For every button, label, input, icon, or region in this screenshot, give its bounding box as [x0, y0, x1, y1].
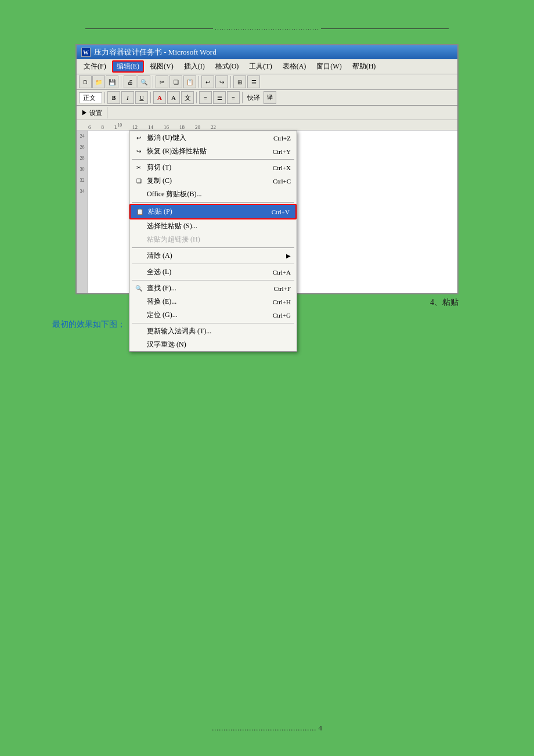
update-ime-icon	[133, 327, 145, 336]
menu-redo[interactable]: ↪ 恢复 (R)选择性粘贴 Ctrl+Y	[129, 145, 297, 158]
top-dots: ........................................…	[215, 24, 319, 32]
paste-btn[interactable]: 📋	[183, 75, 196, 88]
ruler-14: 14	[148, 124, 153, 130]
sep-before-ime	[132, 323, 294, 323]
ruler-20: 20	[195, 124, 200, 130]
menu-tools[interactable]: 工具(T)	[244, 60, 276, 73]
paste-label: 粘贴 (P)	[148, 207, 172, 217]
find-label: 查找 (F)...	[147, 283, 176, 293]
goto-shortcut: Ctrl+G	[273, 312, 291, 319]
redo-btn[interactable]: ↪	[215, 75, 228, 88]
redo-shortcut: Ctrl+Y	[273, 148, 291, 155]
hanzi-reselect-icon	[133, 340, 145, 350]
find-icon: 🔍	[133, 284, 145, 293]
hanzi-reselect-label: 汉字重选 (N)	[147, 340, 186, 350]
fmt-sep1	[104, 92, 105, 103]
copy-menu-icon: ❑	[133, 177, 145, 186]
menu-format[interactable]: 格式(O)	[211, 60, 244, 73]
top-line-area: ........................................…	[35, 23, 499, 33]
edit-dropdown-menu: ↩ 撤消 (U)键入 Ctrl+Z ↪ 恢复 (R)选择性粘贴 Ctrl+Y ✂	[129, 131, 297, 352]
menu-replace[interactable]: 替换 (E)... Ctrl+H	[129, 295, 297, 308]
extra-sep	[107, 107, 107, 118]
redo-icon: ↪	[133, 147, 145, 156]
menu-view[interactable]: 视图(V)	[145, 60, 178, 73]
translate-btn[interactable]: 译	[264, 91, 276, 104]
find-shortcut: Ctrl+F	[274, 285, 291, 292]
office-clipboard-label: Office 剪贴板(B)...	[147, 189, 201, 199]
char-spacing-btn[interactable]: 文	[181, 91, 194, 104]
bottom-dots: ........................................…	[212, 724, 316, 732]
settings-label: ▶ 设置	[79, 107, 104, 118]
word-menubar: 文件(F) 编辑(E) 视图(V) 插入(I) 格式(O) 工具(T) 表格(A…	[77, 59, 457, 74]
menu-select-all[interactable]: 全选 (L) Ctrl+A	[129, 265, 297, 279]
sep4	[230, 76, 231, 88]
menu-window[interactable]: 窗口(W)	[312, 60, 346, 73]
menu-help[interactable]: 帮助(H)	[348, 60, 381, 73]
sep-before-find	[132, 280, 294, 280]
table-btn[interactable]: ⊞	[233, 75, 246, 88]
menu-clear[interactable]: 清除 (A) ▶	[129, 249, 297, 262]
menu-file[interactable]: 文件(F)	[79, 60, 111, 73]
paste-menu-icon: 📋	[134, 207, 146, 217]
ruler-10: L10	[114, 123, 122, 130]
save-btn[interactable]: 💾	[106, 75, 118, 88]
paste-hyperlink-icon	[133, 235, 145, 244]
menu-paste-hyperlink[interactable]: 粘贴为超链接 (H)	[129, 233, 297, 246]
standard-toolbar: 🗋 📁 💾 🖨 🔍 ✂ ❑ 📋 ↩ ↪ ⊞ ☰	[77, 74, 457, 90]
menu-hanzi-reselect[interactable]: 汉字重选 (N)	[129, 338, 297, 351]
menu-insert[interactable]: 插入(I)	[179, 60, 210, 73]
preview-btn[interactable]: 🔍	[138, 75, 150, 88]
new-btn[interactable]: 🗋	[79, 75, 92, 88]
margin-24: 24	[80, 134, 85, 139]
ruler-22: 22	[211, 124, 216, 130]
ruler-16: 16	[164, 124, 169, 130]
menu-copy[interactable]: ❑ 复制 (C) Ctrl+C	[129, 174, 297, 188]
update-ime-label: 更新输入法词典 (T)...	[147, 326, 211, 336]
cut-btn[interactable]: ✂	[156, 75, 168, 88]
menu-goto[interactable]: 定位 (G)... Ctrl+G	[129, 308, 297, 322]
italic-btn[interactable]: I	[121, 91, 134, 104]
menu-find[interactable]: 🔍 查找 (F)... Ctrl+F	[129, 282, 297, 295]
menu-edit[interactable]: 编辑(E)	[112, 60, 144, 73]
print-btn[interactable]: 🖨	[124, 75, 136, 88]
menu-undo[interactable]: ↩ 撤消 (U)键入 Ctrl+Z	[129, 131, 297, 145]
copy-label: 复制 (C)	[147, 176, 172, 186]
menu-cut[interactable]: ✂ 剪切 (T) Ctrl+X	[129, 161, 297, 174]
col-btn[interactable]: ☰	[247, 75, 260, 88]
redo-label: 恢复 (R)选择性粘贴	[147, 146, 207, 156]
menu-table[interactable]: 表格(A)	[278, 60, 311, 73]
open-btn[interactable]: 📁	[92, 75, 105, 88]
margin-26: 26	[80, 145, 85, 150]
font-name-label: 正文	[79, 92, 102, 103]
menu-office-clipboard[interactable]: Office 剪贴板(B)...	[129, 188, 297, 201]
align-center-btn[interactable]: ☰	[213, 91, 226, 104]
align-left-btn[interactable]: ≡	[199, 91, 212, 104]
sep-before-paste	[132, 202, 294, 203]
margin-32: 32	[80, 178, 85, 183]
sep-after-redo	[132, 159, 294, 160]
word-doc-area: 24 26 28 30 32 34 样图： ↩ 撤消 (U)键入	[77, 131, 457, 293]
clear-icon	[133, 251, 145, 261]
undo-icon: ↩	[133, 134, 145, 143]
word-title: 压力容器设计任务书 - Microsoft Word	[94, 47, 217, 57]
copy-btn[interactable]: ❑	[169, 75, 182, 88]
underline-btn[interactable]: U	[135, 91, 148, 104]
office-clipboard-icon	[133, 190, 145, 199]
fmt-sep2	[150, 92, 151, 103]
word-ruler: 6 8 L10 12 14 16 18 20 22	[77, 120, 457, 131]
cut-menu-icon: ✂	[133, 163, 145, 172]
goto-icon	[133, 311, 145, 320]
menu-paste[interactable]: 📋 粘贴 (P) Ctrl+V	[129, 204, 297, 219]
undo-shortcut: Ctrl+Z	[273, 135, 291, 142]
menu-update-ime[interactable]: 更新输入法词典 (T)...	[129, 325, 297, 338]
copy-shortcut: Ctrl+C	[273, 178, 291, 185]
bold-btn[interactable]: B	[107, 91, 120, 104]
sep2	[153, 76, 153, 88]
menu-paste-special[interactable]: 选择性粘贴 (S)...	[129, 219, 297, 233]
ruler-6: 6	[88, 124, 91, 130]
undo-btn[interactable]: ↩	[201, 75, 214, 88]
font-color-btn[interactable]: A	[153, 91, 166, 104]
sep-before-select-all	[132, 264, 294, 264]
align-right-btn[interactable]: ≡	[227, 91, 240, 104]
font-size-btn[interactable]: A	[167, 91, 180, 104]
